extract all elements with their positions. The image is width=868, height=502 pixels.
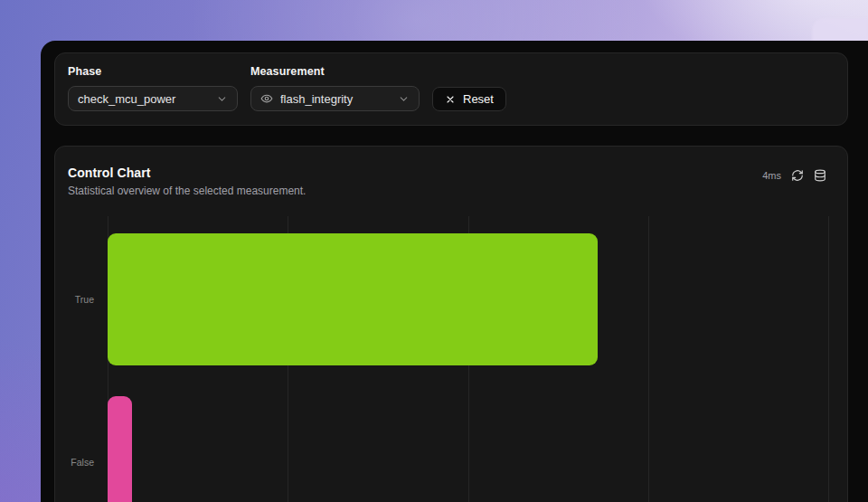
measurement-select[interactable]: flash_integrity	[250, 86, 420, 111]
chart-card-header: Control Chart Statistical overview of th…	[55, 147, 847, 197]
page-background: Phase check_mcu_power Measurement flash_…	[0, 0, 868, 502]
filters-card: Phase check_mcu_power Measurement flash_…	[54, 52, 848, 126]
measurement-field: Measurement flash_integrity	[250, 65, 420, 111]
bars-layer	[108, 216, 828, 502]
bar-true	[108, 233, 598, 365]
bar-row	[108, 396, 828, 502]
database-icon	[814, 169, 826, 182]
chevron-down-icon	[398, 93, 410, 105]
gridline	[828, 216, 829, 502]
reset-button-label: Reset	[463, 92, 494, 106]
bar-chart: TrueFalse	[55, 216, 847, 502]
measurement-select-value: flash_integrity	[280, 92, 391, 106]
x-icon	[445, 94, 456, 105]
y-axis-labels: TrueFalse	[55, 216, 100, 502]
bar-false	[108, 396, 132, 502]
duration-label: 4ms	[762, 170, 781, 181]
measurement-label: Measurement	[250, 65, 420, 78]
chart-meta: 4ms	[762, 169, 826, 182]
chart-subtitle: Statistical overview of the selected mea…	[68, 185, 306, 197]
background-blob	[812, 18, 868, 41]
y-axis-label: False	[71, 457, 94, 468]
data-source-button[interactable]	[814, 169, 826, 182]
phase-select-value: check_mcu_power	[78, 92, 209, 106]
phase-select[interactable]: check_mcu_power	[68, 86, 238, 111]
phase-label: Phase	[68, 65, 238, 78]
chevron-down-icon	[216, 93, 228, 105]
reset-button[interactable]: Reset	[432, 87, 506, 111]
refresh-icon	[791, 169, 804, 182]
chart-card: Control Chart Statistical overview of th…	[54, 146, 848, 502]
chart-card-titles: Control Chart Statistical overview of th…	[68, 166, 306, 197]
bar-row	[108, 233, 828, 365]
refresh-button[interactable]	[791, 169, 804, 182]
plot-area	[108, 216, 828, 502]
chart-title: Control Chart	[68, 166, 306, 180]
y-axis-label: True	[75, 294, 94, 305]
eye-icon	[260, 92, 273, 105]
phase-field: Phase check_mcu_power	[68, 65, 238, 111]
app-container: Phase check_mcu_power Measurement flash_…	[41, 41, 868, 502]
